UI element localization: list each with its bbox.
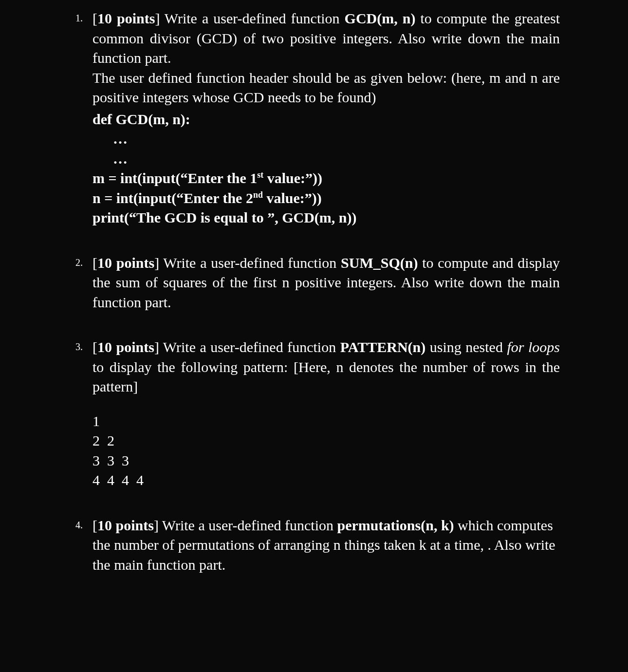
- code-block: def GCD(m, n): … … m = int(input(“Enter …: [92, 110, 560, 228]
- pattern-output: 1 2 2 3 3 3 4 4 4 4: [92, 411, 560, 490]
- marker: 1.: [58, 12, 83, 25]
- question-body: [10 points] Write a user-defined functio…: [92, 337, 560, 397]
- question-4: 4. [10 points] Write a user-defined func…: [58, 516, 560, 575]
- question-body: [10 points] Write a user-defined functio…: [92, 253, 560, 313]
- document-page: 1. [10 points] Write a user-defined func…: [0, 0, 628, 672]
- question-body: [10 points] Write a user-defined functio…: [92, 9, 560, 108]
- question-2: 2. [10 points] Write a user-defined func…: [58, 253, 560, 313]
- code-line: print(“The GCD is equal to ”, GCD(m, n)): [92, 208, 560, 228]
- text: Write a user-defined function: [163, 339, 340, 355]
- fn-name: permutations(n, k): [337, 517, 454, 533]
- fn-name: GCD(m, n): [345, 10, 416, 26]
- question-list: 1. [10 points] Write a user-defined func…: [58, 9, 560, 575]
- text: using nested: [425, 339, 507, 355]
- code-line: m = int(input(“Enter the 1st value:”)): [92, 168, 560, 188]
- code-line: n = int(input(“Enter the 2nd value:”)): [92, 188, 560, 208]
- question-1: 1. [10 points] Write a user-defined func…: [58, 9, 560, 228]
- text: The user defined function header should …: [92, 70, 560, 106]
- italic-text: for loops: [507, 339, 560, 355]
- text: Write a user-defined function: [163, 255, 341, 271]
- code-line: …: [92, 129, 560, 149]
- points: 10 points: [97, 10, 155, 26]
- code-line: …: [92, 149, 560, 169]
- marker: 2.: [58, 256, 83, 269]
- fn-name: PATTERN(n): [340, 339, 426, 355]
- points: 10 points: [97, 517, 154, 533]
- marker: 3.: [58, 340, 83, 354]
- fn-name: SUM_SQ(n): [341, 255, 418, 271]
- marker: 4.: [58, 519, 83, 532]
- question-body: [10 points] Write a user-defined functio…: [92, 516, 560, 575]
- code-line: def GCD(m, n):: [92, 110, 560, 130]
- text: Write a user-defined function: [165, 10, 345, 26]
- points: 10 points: [97, 255, 154, 271]
- text: to display the following pattern: [Here,…: [92, 359, 560, 395]
- question-3: 3. [10 points] Write a user-defined func…: [58, 337, 560, 490]
- text: Write a user-defined function: [162, 517, 337, 533]
- points: 10 points: [97, 339, 154, 355]
